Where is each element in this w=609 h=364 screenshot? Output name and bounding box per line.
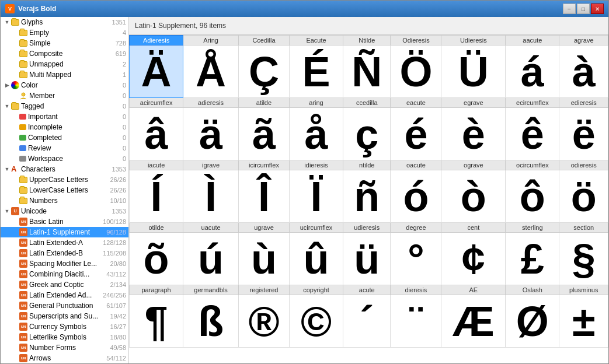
glyph-acircumflex[interactable]: â [130,108,183,160]
glyph-paragraph[interactable]: ¶ [130,295,183,348]
col-header-oacute[interactable]: oacute [391,160,441,170]
col-header-copyright[interactable]: copyright [289,285,343,295]
sidebar-item-glyphs[interactable]: ▼ Glyphs 1351 [1,17,128,27]
col-header-otilde[interactable]: otilde [130,223,183,233]
sidebar-item-latin-extended-b[interactable]: UN Latin Extended-B 115/208 [1,248,128,258]
col-header-udieresis2[interactable]: udieresis [343,223,391,233]
glyph-ocircumflex[interactable]: ô [506,170,559,223]
col-header-paragraph[interactable]: paragraph [130,285,183,295]
glyph-igrave[interactable]: Ì [183,170,239,223]
sidebar-item-multimapped[interactable]: Multi Mapped 1 [1,69,128,80]
col-header-section[interactable]: section [559,223,608,233]
sidebar-item-letterlike[interactable]: UN Letterlike Symbols 18/80 [1,332,128,342]
sidebar-item-composite[interactable]: Composite 619 [1,48,128,59]
glyph-odieresis[interactable]: ö [559,170,608,223]
col-header-dieresis[interactable]: dieresis [391,285,441,295]
glyph-registered[interactable]: ® [239,295,290,348]
glyph-agrave[interactable]: à [559,46,608,98]
sidebar-item-spacing-modifier[interactable]: UN Spacing Modifier Le... 20/80 [1,258,128,269]
col-header-icircumflex[interactable]: icircumflex [239,160,290,170]
sidebar-item-completed[interactable]: Completed 0 [1,132,128,143]
col-header-ugrave[interactable]: ugrave [239,223,290,233]
glyph-ntilde[interactable]: ñ [343,170,391,223]
glyph-Ccedilla[interactable]: Ç [239,46,290,98]
sidebar-item-number-forms[interactable]: UN Number Forms 49/58 [1,342,128,353]
sidebar-item-simple[interactable]: Simple 728 [1,38,128,48]
col-header-odieresis[interactable]: Odieresis [391,36,441,46]
glyph-Eacute[interactable]: É [289,46,343,98]
glyph-ccedilla[interactable]: ç [343,108,391,160]
glyph-uacute[interactable]: ú [183,233,239,285]
sidebar-item-characters[interactable]: ▼ A Characters 1353 [1,164,128,174]
sidebar-item-unicode[interactable]: ▼ U Unicode 1353 [1,206,128,216]
col-header-adieresis[interactable]: adieresis [183,98,239,108]
glyph-ugrave[interactable]: ù [239,233,290,285]
maximize-button[interactable]: □ [577,4,590,14]
glyph-AE[interactable]: Æ [441,295,506,348]
col-header-ograve[interactable]: ograve [441,160,506,170]
glyph-oacute[interactable]: ó [391,170,441,223]
minimize-button[interactable]: − [563,4,576,14]
glyph-aring[interactable]: å [289,108,343,160]
col-header-ucircumflex[interactable]: ucircumflex [289,223,343,233]
col-header-edieresis[interactable]: edieresis [559,98,608,108]
glyph-Ntilde[interactable]: Ñ [343,46,391,98]
sidebar-item-basic-latin[interactable]: UN Basic Latin 100/128 [1,216,128,227]
sidebar-item-workspace[interactable]: Workspace 0 [1,153,128,164]
col-header-ccedilla2[interactable]: ccedilla [343,98,391,108]
sidebar-item-member[interactable]: Member 0 [1,90,128,101]
glyph-otilde[interactable]: õ [130,233,183,285]
sidebar-item-superscripts[interactable]: UN Superscripts and Su... 19/42 [1,311,128,321]
glyph-icircumflex[interactable]: Î [239,170,290,223]
sidebar-item-general-punctuation[interactable]: UN General Punctuation 61/107 [1,300,128,311]
sidebar-item-empty[interactable]: Empty 4 [1,27,128,38]
sidebar-item-arrows[interactable]: UN Arrows 54/112 [1,353,128,363]
sidebar-item-latin-extended-a[interactable]: UN Latin Extended-A 128/128 [1,237,128,248]
glyph-atilde[interactable]: ã [239,108,290,160]
glyph-sterling[interactable]: £ [506,233,559,285]
col-header-cent[interactable]: cent [441,223,506,233]
col-header-AE[interactable]: AE [441,285,506,295]
sidebar-item-uppercase[interactable]: UpperCase Letters 26/26 [1,174,128,185]
col-header-degree[interactable]: degree [391,223,441,233]
col-header-germandbls[interactable]: germandbls [183,285,239,295]
glyph-dieresis[interactable]: ¨ [391,295,441,348]
glyph-grid[interactable]: Adieresis Aring Ccedilla Eacute Ntilde O… [129,35,608,363]
sidebar-item-review[interactable]: Review 0 [1,143,128,153]
col-header-registered[interactable]: registered [239,285,290,295]
sidebar-item-important[interactable]: Important 0 [1,111,128,122]
sidebar-item-lowercase[interactable]: LowerCase Letters 26/26 [1,185,128,195]
glyph-ograve[interactable]: ò [441,170,506,223]
glyph-adieresis[interactable]: ä [183,108,239,160]
col-header-ecircumflex[interactable]: ecircumflex [506,98,559,108]
glyph-germandbls[interactable]: ß [183,295,239,348]
col-header-plusminus[interactable]: plusminus [559,285,608,295]
col-header-aacute[interactable]: aacute [506,36,559,46]
close-button[interactable]: ✕ [591,4,604,14]
sidebar-item-tagged[interactable]: ▼ Tagged 0 [1,101,128,111]
glyph-ecircumflex[interactable]: ê [506,108,559,160]
col-header-agrave[interactable]: agrave [559,36,608,46]
col-header-egrave[interactable]: egrave [441,98,506,108]
glyph-aacute[interactable]: á [506,46,559,98]
col-header-idieresis[interactable]: idieresis [289,160,343,170]
glyph-copyright[interactable]: © [289,295,343,348]
sidebar-item-incomplete[interactable]: Incomplete 0 [1,122,128,132]
col-header-sterling[interactable]: sterling [506,223,559,233]
col-header-igrave[interactable]: igrave [183,160,239,170]
col-header-ntilde[interactable]: Ntilde [343,36,391,46]
glyph-udieresis[interactable]: ü [343,233,391,285]
glyph-eacute[interactable]: é [391,108,441,160]
glyph-Udieresis[interactable]: Ü [441,46,506,98]
sidebar-item-greek-coptic[interactable]: UN Greek and Coptic 2/134 [1,279,128,290]
sidebar-item-latin-extended-add[interactable]: UN Latin Extended Ad... 246/256 [1,290,128,300]
sidebar-item-color[interactable]: ▶ Color 0 [1,80,128,90]
col-header-acircumflex[interactable]: acircumflex [130,98,183,108]
col-header-udieresis[interactable]: Udieresis [441,36,506,46]
glyph-degree[interactable]: ° [391,233,441,285]
glyph-ucircumflex[interactable]: û [289,233,343,285]
glyph-Aring[interactable]: Å [183,46,239,98]
glyph-egrave[interactable]: è [441,108,506,160]
col-header-uacute[interactable]: uacute [183,223,239,233]
glyph-edieresis[interactable]: ë [559,108,608,160]
